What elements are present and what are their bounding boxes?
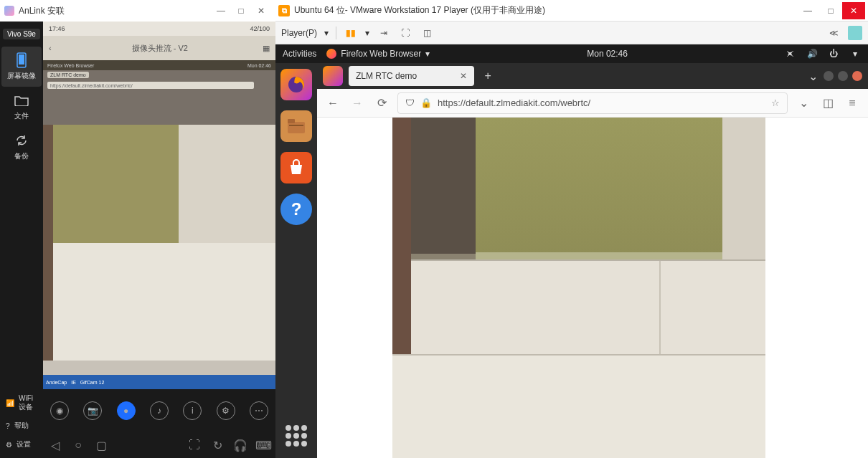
sidebar-item-backup[interactable]: 备份 [1, 127, 42, 167]
dock-files[interactable] [280, 110, 312, 142]
more-icon[interactable]: ⋯ [250, 401, 268, 420]
sidebar-item-mirror[interactable]: 屏幕镜像 [1, 47, 42, 87]
browser-tab[interactable]: ZLM RTC demo ✕ [349, 66, 474, 86]
vmware-title: Ubuntu 64 位- VMware Workstation 17 Playe… [294, 4, 545, 16]
phone-icon [14, 52, 29, 68]
sidebar-label: WiFi设备 [19, 394, 37, 412]
svg-rect-1 [19, 54, 24, 65]
pause-button[interactable]: ▮▮ [344, 26, 358, 40]
phone-app-title: 摄像头推流 - V2 [57, 43, 263, 54]
audio-icon[interactable]: 🎧 [234, 439, 247, 452]
webrtc-video[interactable] [392, 118, 765, 458]
dropdown-icon[interactable]: ▾ [324, 28, 329, 38]
activities-button[interactable]: Activities [283, 49, 316, 59]
phone-appbar: ‹ 摄像头推流 - V2 ▦ [43, 36, 275, 60]
rotate-icon[interactable]: ↻ [211, 439, 224, 452]
back-button[interactable]: ◁ [49, 439, 62, 452]
anlink-logo-icon [4, 6, 14, 16]
sidebar-item-files[interactable]: 文件 [1, 87, 42, 127]
tab-close-icon[interactable]: ✕ [460, 71, 467, 81]
power-icon[interactable]: ⏻ [828, 48, 839, 59]
phone-battery: 42/100 [250, 25, 270, 32]
account-icon[interactable]: ◫ [819, 95, 836, 112]
dropdown-icon[interactable]: ▾ [849, 48, 861, 59]
dock-help[interactable]: ? [280, 194, 312, 225]
mini-clock: Mon 02:46 [247, 63, 271, 68]
phone-screen[interactable]: 17:46 42/100 ‹ 摄像头推流 - V2 ▦ Firefox Web … [43, 22, 275, 432]
lock-icon: 🔒 [420, 97, 432, 108]
tab-title: ZLM RTC demo [356, 71, 417, 81]
audio-icon[interactable]: ♪ [150, 401, 169, 420]
firefox-window: ZLM RTC demo ✕ + ⌄ ← → ⟳ [317, 63, 868, 458]
network-icon[interactable]: ⯍ [785, 48, 796, 59]
show-apps-icon[interactable] [286, 425, 307, 447]
record-icon[interactable]: ◉ [50, 401, 69, 420]
camera-preview [43, 125, 275, 361]
new-tab-button[interactable]: + [480, 68, 496, 84]
send-cad-icon[interactable]: ⇥ [377, 26, 391, 40]
tab-bar: ZLM RTC demo ✕ + ⌄ [317, 63, 868, 89]
sidebar-item-wifi[interactable]: 📶 WiFi设备 [0, 390, 43, 416]
chevrons-icon[interactable]: ≪ [826, 26, 841, 40]
player-menu[interactable]: Player(P) [281, 28, 317, 38]
close-button[interactable]: ✕ [842, 2, 865, 19]
firefox-icon [323, 66, 343, 86]
help-icon: ? [6, 422, 10, 430]
vmware-titlebar[interactable]: ⧉ Ubuntu 64 位- VMware Workstation 17 Pla… [275, 0, 868, 22]
mini-browser-label: Firefox Web Browser [47, 63, 94, 68]
unity-icon[interactable]: ◫ [420, 26, 434, 40]
camera-icon[interactable]: 📷 [83, 401, 102, 420]
wifi-icon: 📶 [6, 399, 14, 407]
anlink-titlebar[interactable]: AnLink 安联 — □ ✕ [0, 0, 275, 22]
sidebar-item-help[interactable]: ? 帮助 [0, 416, 43, 435]
keyboard-icon[interactable]: ⌨ [257, 439, 270, 452]
vmware-icon: ⧉ [278, 5, 290, 16]
anlink-title: AnLink 安联 [19, 5, 65, 17]
volume-icon[interactable]: 🔊 [806, 48, 818, 59]
minimize-button[interactable] [824, 71, 834, 81]
maximize-button[interactable]: □ [231, 4, 251, 18]
note-icon[interactable] [848, 26, 862, 40]
pocket-icon[interactable]: ⌄ [795, 95, 812, 112]
sidebar-label: 设置 [16, 439, 31, 449]
chevron-down-icon[interactable]: ⌄ [808, 70, 818, 83]
settings-icon[interactable]: ⚙ [217, 401, 235, 420]
recent-button[interactable]: ▢ [95, 439, 108, 452]
sidebar-item-settings[interactable]: ⚙ 设置 [0, 435, 43, 454]
menu-button[interactable]: ≡ [844, 95, 861, 112]
info-icon[interactable]: i [183, 401, 202, 420]
home-button[interactable]: ○ [72, 439, 85, 452]
close-button[interactable]: ✕ [251, 4, 271, 18]
stream-icon[interactable]: ● [117, 401, 136, 420]
fullscreen-icon[interactable]: ⛶ [188, 439, 201, 452]
svg-rect-3 [288, 122, 305, 133]
dock-firefox[interactable] [280, 69, 312, 100]
fullscreen-icon[interactable]: ⛶ [398, 26, 412, 40]
maximize-button[interactable] [838, 71, 848, 81]
phone-statusbar: 17:46 42/100 [43, 22, 275, 36]
maximize-button[interactable]: □ [819, 2, 842, 19]
active-app[interactable]: Firefox Web Browser ▾ [326, 49, 430, 59]
phone-mirror: 17:46 42/100 ‹ 摄像头推流 - V2 ▦ Firefox Web … [43, 22, 275, 458]
bookmark-icon[interactable]: ☆ [771, 97, 780, 108]
window-controls [824, 71, 862, 81]
nav-back-button[interactable]: ← [324, 95, 341, 112]
dropdown-icon: ▾ [425, 49, 430, 59]
phone-clock: 17:46 [49, 25, 65, 32]
anlink-sidebar: Vivo S9e 屏幕镜像 文件 备份 � [0, 22, 43, 458]
reload-button[interactable]: ⟳ [373, 95, 390, 112]
dropdown-icon[interactable]: ▾ [365, 28, 369, 38]
minimize-button[interactable]: — [796, 2, 819, 19]
gnome-clock[interactable]: Mon 02:46 [587, 49, 628, 59]
grid-icon[interactable]: ▦ [263, 44, 270, 53]
close-button[interactable] [852, 71, 862, 81]
vmware-window: ⧉ Ubuntu 64 位- VMware Workstation 17 Pla… [275, 0, 868, 458]
minimize-button[interactable]: — [211, 4, 231, 18]
nav-forward-button[interactable]: → [349, 95, 366, 112]
back-icon[interactable]: ‹ [49, 44, 52, 52]
dock-software[interactable] [280, 152, 312, 183]
device-chip[interactable]: Vivo S9e [3, 29, 40, 39]
url-field[interactable]: 🛡 🔒 https://default.zlmediakit.com/webrt… [397, 92, 788, 114]
folder-icon [14, 92, 29, 108]
sidebar-label: 帮助 [14, 421, 29, 431]
